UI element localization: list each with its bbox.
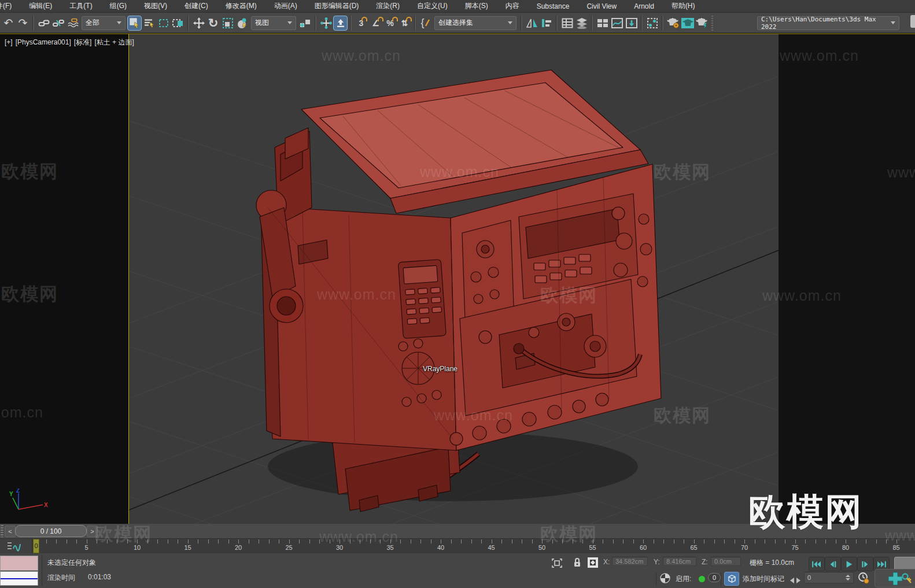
scene-explorer-icon[interactable]	[560, 16, 574, 31]
undo-icon[interactable]: ↶	[1, 16, 16, 31]
layer-explorer-icon[interactable]	[574, 16, 589, 31]
menu-item-13[interactable]: Substance	[528, 2, 578, 10]
bind-spacewarp-icon[interactable]	[65, 16, 80, 31]
align-icon[interactable]	[539, 16, 554, 31]
y-coord-label: Y:	[654, 558, 660, 566]
select-object-button[interactable]	[127, 16, 142, 31]
time-slider-handle[interactable]: 0 / 100	[15, 525, 87, 537]
curve-editor-icon[interactable]	[610, 16, 624, 31]
prev-frame-arrow-button[interactable]: <	[5, 526, 16, 537]
menu-item-9[interactable]: 渲染(R)	[367, 1, 408, 11]
radio-model[interactable]	[129, 34, 779, 524]
menu-item-16[interactable]: 帮助(H)	[663, 1, 704, 11]
menu-item-5[interactable]: 创建(C)	[176, 1, 217, 11]
timeline-ruler[interactable]: 05101520253035404550556065707580850	[0, 539, 915, 553]
ribbon-toggle-icon[interactable]	[595, 16, 610, 31]
use-pivot-center-icon[interactable]	[298, 16, 312, 31]
reference-coordinate-dropdown[interactable]: 视图	[251, 16, 296, 30]
angle-snap-icon[interactable]: ∠	[368, 16, 383, 31]
time-tag-cube-button[interactable]	[724, 572, 739, 586]
ruler-tick	[87, 539, 87, 543]
camera-viewport[interactable]: VRayPlane [+][PhysCamera001][标准][粘土 + 边面…	[0, 34, 915, 524]
viewport-camera-menu[interactable]: [PhysCamera001]	[16, 38, 71, 46]
snap-toggle-3d-icon[interactable]: 3	[354, 16, 368, 31]
menu-item-4[interactable]: 视图(V)	[135, 1, 176, 11]
ruler-tick	[481, 539, 482, 543]
material-editor-icon[interactable]	[645, 16, 659, 31]
link-icon[interactable]	[36, 16, 51, 31]
menu-item-10[interactable]: 自定义(U)	[408, 1, 456, 11]
go-to-start-button[interactable]	[809, 557, 825, 571]
ruler-tick	[866, 539, 866, 543]
viewport-menu-plus[interactable]: [+]	[5, 38, 13, 46]
menu-item-8[interactable]: 图形编辑器(D)	[306, 1, 368, 11]
clipped-toolbar-icon[interactable]	[910, 15, 915, 28]
menu-item-14[interactable]: Civil View	[578, 2, 625, 10]
selection-filter-dropdown[interactable]: 全部	[82, 16, 126, 30]
menu-item-7[interactable]: 动画(A)	[265, 1, 306, 11]
schematic-view-icon[interactable]	[624, 16, 639, 31]
ruler-tick	[299, 539, 300, 543]
ruler-tick	[76, 539, 77, 543]
select-and-move-icon[interactable]	[191, 16, 206, 31]
select-and-scale-icon[interactable]	[220, 16, 235, 31]
menu-item-0[interactable]: 文件(F)	[0, 1, 20, 11]
menu-item-3[interactable]: 组(G)	[101, 1, 135, 11]
select-by-name-icon[interactable]	[142, 16, 156, 31]
viewport-standard-menu[interactable]: [标准]	[74, 38, 92, 46]
frame-spinner[interactable]	[846, 575, 850, 580]
percent-snap-icon[interactable]: %	[383, 16, 397, 31]
menu-item-2[interactable]: 工具(T)	[61, 1, 101, 11]
rendered-frame-window-icon[interactable]	[680, 16, 695, 31]
window-crossing-toggle-icon[interactable]	[171, 16, 185, 31]
absolute-offset-toggle-icon[interactable]	[586, 556, 599, 571]
render-safe-frame[interactable]: VRayPlane	[128, 34, 779, 524]
menu-item-15[interactable]: Arnold	[625, 2, 663, 10]
play-button[interactable]	[841, 557, 857, 571]
next-frame-arrow-button[interactable]: >	[87, 526, 98, 537]
menu-item-6[interactable]: 修改器(M)	[217, 1, 265, 11]
ruler-tick	[684, 539, 684, 543]
named-selection-sets-dropdown[interactable]: 创建选择集	[434, 16, 516, 30]
set-key-button[interactable]	[875, 569, 915, 587]
rectangular-selection-region-icon[interactable]	[156, 16, 171, 31]
track-bar[interactable]: 05101520253035404550556065707580850	[0, 539, 915, 554]
keyboard-override-toggle-button[interactable]	[333, 16, 348, 31]
time-configuration-icon[interactable]	[857, 572, 870, 587]
render-production-icon[interactable]	[695, 16, 709, 31]
adaptive-degradation-icon[interactable]	[659, 572, 671, 586]
select-and-rotate-icon[interactable]: ↻	[206, 16, 220, 31]
selection-lock-icon[interactable]	[573, 557, 582, 571]
menu-item-12[interactable]: 内容	[497, 1, 528, 11]
toolbar-grip[interactable]	[1, 525, 3, 537]
project-path-dropdown[interactable]: C:\Users\Han\Documents\3ds Max 2022	[757, 16, 899, 30]
axis-x-label: X	[44, 502, 48, 508]
mini-listener-field[interactable]	[0, 571, 38, 586]
previous-frame-button[interactable]	[825, 557, 841, 571]
isolate-selection-icon[interactable]	[551, 557, 563, 571]
current-frame-marker[interactable]: 0	[33, 539, 39, 553]
macro-recorder-field[interactable]	[0, 556, 38, 571]
status-bar: 未选定任何对象 渲染时间 0:01:03 X: 34.582cm Y: 8.41…	[0, 553, 915, 588]
add-time-tag-label[interactable]: 添加时间标记	[743, 574, 784, 584]
current-frame-field[interactable]: 0	[804, 572, 854, 583]
zero-key-button[interactable]: 0	[708, 573, 721, 582]
menu-item-1[interactable]: 编辑(E)	[20, 1, 61, 11]
render-setup-icon[interactable]	[666, 16, 680, 31]
ruler-tick	[249, 539, 249, 543]
select-and-place-icon[interactable]	[235, 16, 249, 31]
redo-icon[interactable]: ↷	[16, 16, 30, 31]
select-and-manipulate-icon[interactable]	[319, 16, 333, 31]
frame-nav-arrows[interactable]	[790, 575, 800, 586]
edit-named-selections-icon[interactable]: {	[418, 16, 433, 31]
menu-item-11[interactable]: 脚本(S)	[456, 1, 497, 11]
next-frame-button[interactable]	[857, 557, 873, 571]
unlink-icon[interactable]	[51, 16, 65, 31]
z-coord-field[interactable]: 0.0cm	[711, 557, 741, 566]
y-coord-field[interactable]: 8.416cm	[663, 557, 696, 566]
viewport-shading-menu[interactable]: [粘土 + 边面]	[94, 38, 134, 46]
x-coord-field[interactable]: 34.582cm	[612, 557, 648, 566]
ruler-tick	[117, 539, 117, 543]
spinner-snap-icon[interactable]: ⇅	[397, 16, 412, 31]
mirror-icon[interactable]	[525, 16, 539, 31]
